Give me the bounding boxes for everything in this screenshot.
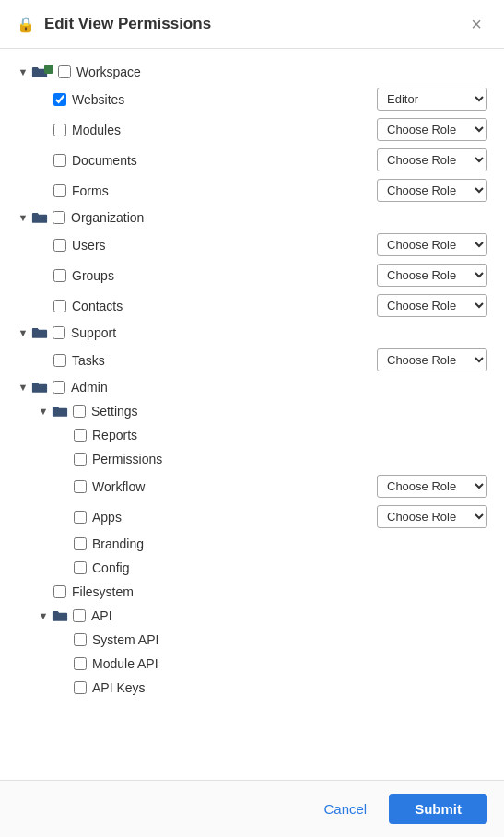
tree-row-admin: ▼ Admin	[17, 375, 487, 399]
dialog-footer: Cancel Submit	[0, 780, 504, 837]
checkbox-workflow[interactable]	[74, 480, 87, 493]
role-select-workflow[interactable]: Choose RoleEditorViewerAdminNone	[377, 475, 487, 498]
tree-row-module-api: Module API	[17, 652, 487, 676]
lock-icon: 🔒	[17, 16, 35, 33]
folder-icon-admin	[31, 381, 48, 394]
label-documents: Documents	[72, 153, 377, 168]
label-apps: Apps	[92, 510, 377, 525]
checkbox-api-keys[interactable]	[74, 681, 87, 694]
label-branding: Branding	[92, 536, 487, 551]
chevron-admin[interactable]: ▼	[17, 381, 29, 394]
label-support: Support	[71, 325, 487, 340]
checkbox-tasks[interactable]	[53, 354, 66, 367]
checkbox-modules[interactable]	[53, 124, 66, 136]
checkbox-contacts[interactable]	[53, 300, 66, 312]
submit-button[interactable]: Submit	[389, 794, 487, 824]
label-settings: Settings	[91, 404, 487, 418]
label-api-keys: API Keys	[92, 680, 487, 695]
dialog-title: Edit View Permissions	[44, 15, 465, 33]
tree-row-settings: ▼ Settings	[17, 399, 487, 423]
tree-row-workspace: ▼ Workspace	[17, 60, 487, 84]
tree-row-documents: DocumentsChoose RoleEditorViewerAdminNon…	[17, 145, 487, 175]
checkbox-admin[interactable]	[53, 381, 65, 394]
chevron-workspace[interactable]: ▼	[17, 65, 29, 78]
checkbox-settings[interactable]	[73, 405, 86, 418]
checkbox-apps[interactable]	[74, 511, 87, 524]
label-forms: Forms	[72, 183, 377, 198]
tree-row-forms: FormsChoose RoleEditorViewerAdminNone	[17, 175, 487, 206]
checkbox-config[interactable]	[74, 561, 87, 574]
checkbox-api[interactable]	[73, 609, 86, 622]
role-select-groups[interactable]: Choose RoleEditorViewerAdminNone	[377, 264, 487, 287]
tree-row-workflow: WorkflowChoose RoleEditorViewerAdminNone	[17, 471, 487, 501]
chevron-organization[interactable]: ▼	[17, 211, 29, 224]
tree-row-permissions: Permissions	[17, 447, 487, 471]
label-config: Config	[92, 560, 487, 575]
role-select-modules[interactable]: Choose RoleEditorViewerAdminNone	[377, 118, 487, 141]
tree-row-tasks: TasksChoose RoleEditorViewerAdminNone	[17, 345, 487, 375]
edit-permissions-dialog: 🔒 Edit View Permissions × ▼ WorkspaceWeb…	[0, 0, 504, 837]
label-workflow: Workflow	[92, 479, 377, 494]
dialog-body: ▼ WorkspaceWebsitesChoose RoleEditorView…	[0, 49, 504, 780]
role-select-websites[interactable]: Choose RoleEditorViewerAdminNone	[377, 88, 487, 111]
role-select-forms[interactable]: Choose RoleEditorViewerAdminNone	[377, 179, 487, 202]
label-workspace: Workspace	[76, 65, 487, 79]
tree-row-users: UsersChoose RoleEditorViewerAdminNone	[17, 230, 487, 260]
role-select-tasks[interactable]: Choose RoleEditorViewerAdminNone	[377, 348, 487, 371]
checkbox-users[interactable]	[53, 239, 66, 252]
label-module-api: Module API	[92, 656, 487, 671]
folder-icon-workspace	[31, 65, 53, 78]
tree-row-system-api: System API	[17, 628, 487, 652]
label-system-api: System API	[92, 632, 487, 647]
chevron-api[interactable]: ▼	[37, 609, 50, 622]
folder-icon-organization	[31, 211, 48, 224]
role-select-documents[interactable]: Choose RoleEditorViewerAdminNone	[377, 148, 487, 171]
dialog-header: 🔒 Edit View Permissions ×	[0, 0, 504, 49]
label-contacts: Contacts	[72, 299, 377, 313]
checkbox-support[interactable]	[53, 326, 65, 339]
checkbox-forms[interactable]	[53, 184, 66, 197]
label-reports: Reports	[92, 428, 487, 442]
checkbox-groups[interactable]	[53, 269, 66, 282]
role-select-contacts[interactable]: Choose RoleEditorViewerAdminNone	[377, 294, 487, 317]
checkbox-permissions[interactable]	[74, 453, 87, 466]
checkbox-websites[interactable]	[53, 93, 66, 106]
tree-row-support: ▼ Support	[17, 321, 487, 345]
tree-row-branding: Branding	[17, 532, 487, 556]
label-websites: Websites	[72, 92, 377, 107]
role-select-users[interactable]: Choose RoleEditorViewerAdminNone	[377, 233, 487, 256]
folder-icon-settings	[52, 405, 68, 418]
role-select-apps[interactable]: Choose RoleEditorViewerAdminNone	[377, 505, 487, 528]
label-tasks: Tasks	[72, 353, 377, 368]
tree-row-websites: WebsitesChoose RoleEditorViewerAdminNone	[17, 84, 487, 114]
label-groups: Groups	[72, 268, 377, 283]
tree-row-config: Config	[17, 556, 487, 580]
chevron-support[interactable]: ▼	[17, 326, 29, 339]
checkbox-documents[interactable]	[53, 154, 66, 167]
tree-row-apps: AppsChoose RoleEditorViewerAdminNone	[17, 501, 487, 532]
folder-icon-api	[52, 609, 68, 622]
checkbox-branding[interactable]	[74, 537, 87, 550]
checkbox-workspace[interactable]	[58, 65, 71, 78]
tree-row-api-keys: API Keys	[17, 676, 487, 700]
tree-row-contacts: ContactsChoose RoleEditorViewerAdminNone	[17, 290, 487, 321]
tree-row-organization: ▼ Organization	[17, 206, 487, 230]
tree-row-groups: GroupsChoose RoleEditorViewerAdminNone	[17, 260, 487, 290]
tree-row-reports: Reports	[17, 423, 487, 447]
label-api: API	[91, 608, 487, 623]
cancel-button[interactable]: Cancel	[312, 796, 378, 822]
checkbox-module-api[interactable]	[74, 657, 87, 670]
close-button[interactable]: ×	[465, 13, 487, 35]
checkbox-filesystem[interactable]	[53, 585, 66, 598]
label-users: Users	[72, 238, 377, 253]
label-modules: Modules	[72, 123, 377, 137]
label-filesystem: Filesystem	[72, 584, 487, 599]
checkbox-reports[interactable]	[74, 429, 87, 442]
tree-row-modules: ModulesChoose RoleEditorViewerAdminNone	[17, 114, 487, 145]
checkbox-system-api[interactable]	[74, 633, 87, 646]
chevron-settings[interactable]: ▼	[37, 405, 50, 418]
checkbox-organization[interactable]	[53, 211, 65, 224]
tree-row-api: ▼ API	[17, 604, 487, 628]
tree-row-filesystem: Filesystem	[17, 580, 487, 604]
folder-icon-support	[31, 326, 48, 339]
